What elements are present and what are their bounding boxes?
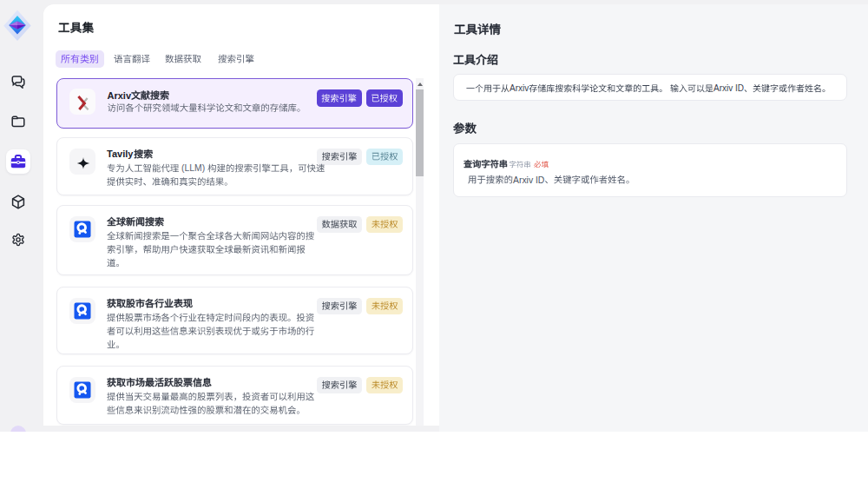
svg-text:Arxiv: Arxiv: [510, 83, 529, 93]
svg-text:Arxiv: Arxiv: [108, 90, 132, 101]
svg-text:Tavily: Tavily: [107, 149, 134, 159]
svg-text:Arxiv ID: Arxiv ID: [513, 175, 544, 185]
svg-text:Arxiv ID: Arxiv ID: [713, 83, 744, 93]
svg-text:(LLM): (LLM): [181, 163, 205, 173]
